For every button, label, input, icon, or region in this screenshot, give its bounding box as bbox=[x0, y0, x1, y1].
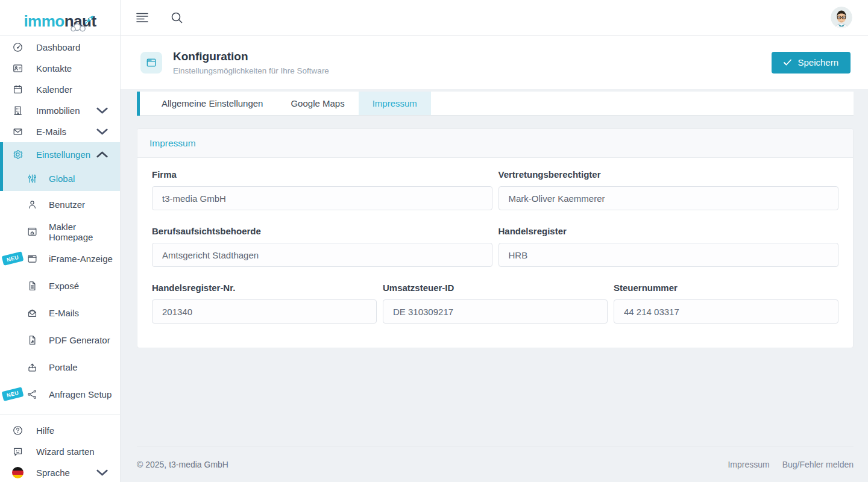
sidebar-item-label: Hilfe bbox=[36, 425, 54, 436]
sidebar-item-emails-settings[interactable]: E-Mails bbox=[0, 299, 120, 327]
form-row: Firma Vertretungsberechtigter bbox=[152, 169, 838, 210]
field-label: Vertretungsberechtigter bbox=[498, 169, 839, 180]
steuernummer-input[interactable] bbox=[614, 299, 838, 324]
sidebar-item-label: Sprache bbox=[36, 468, 70, 478]
topbar bbox=[121, 0, 868, 36]
page-footer: © 2025, t3-media GmbH Impressum Bug/Fehl… bbox=[137, 446, 854, 482]
sidebar-item-label: Global bbox=[49, 174, 75, 184]
vertretungsberechtigter-input[interactable] bbox=[498, 186, 839, 210]
chevron-down-icon bbox=[96, 126, 108, 137]
chevron-down-icon bbox=[96, 105, 108, 116]
wizard-icon bbox=[12, 446, 24, 457]
field-umsatzsteuer-id: Umsatzsteuer-ID bbox=[383, 283, 608, 324]
page-header: Konfiguration Einstellungsmöglichkeiten … bbox=[121, 36, 868, 89]
sidebar-item-portale[interactable]: Portale bbox=[0, 354, 120, 381]
save-button-label: Speichern bbox=[797, 57, 838, 67]
iframe-icon bbox=[27, 253, 38, 264]
sidebar-item-dashboard[interactable]: Dashboard bbox=[0, 37, 120, 58]
field-handelsregister-nr: Handelsregister-Nr. bbox=[152, 283, 377, 324]
handelsregister-nr-input[interactable] bbox=[152, 299, 377, 324]
sidebar-item-wizard-starten[interactable]: Wizard starten bbox=[0, 441, 120, 462]
neu-badge: NEU bbox=[2, 387, 24, 401]
page-header-text: Konfiguration Einstellungsmöglichkeiten … bbox=[173, 50, 329, 75]
sidebar-item-label: Portale bbox=[49, 362, 78, 372]
tab-impressum[interactable]: Impressum bbox=[359, 92, 431, 115]
rocket-icon bbox=[69, 13, 99, 32]
sidebar-item-hilfe[interactable]: Hilfe bbox=[0, 420, 120, 441]
main-content: Konfiguration Einstellungsmöglichkeiten … bbox=[121, 36, 868, 482]
flag-de-icon bbox=[12, 467, 24, 478]
sidebar-item-sprache[interactable]: Sprache bbox=[0, 462, 120, 482]
sidebar-item-global[interactable]: Global bbox=[0, 166, 120, 191]
page-subtitle: Einstellungsmöglichkeiten für Ihre Softw… bbox=[173, 66, 329, 75]
search-icon[interactable] bbox=[169, 10, 184, 25]
sidebar-active-group: Einstellungen Global bbox=[0, 142, 120, 191]
field-label: Firma bbox=[152, 169, 492, 180]
sidebar-item-label: Einstellungen bbox=[36, 149, 90, 160]
sidebar-item-kontakte[interactable]: Kontakte bbox=[0, 58, 120, 79]
field-vertretungsberechtigter: Vertretungsberechtigter bbox=[498, 169, 839, 210]
sidebar-item-label: Benutzer bbox=[49, 199, 85, 210]
calendar-icon bbox=[12, 84, 24, 95]
check-icon bbox=[784, 59, 791, 66]
sidebar-item-pdf-generator[interactable]: PDF Generator bbox=[0, 327, 120, 354]
sidebar-item-kalender[interactable]: Kalender bbox=[0, 79, 120, 100]
sidebar-item-label: E-Mails bbox=[36, 127, 66, 137]
logo-area: immonaut bbox=[0, 0, 120, 36]
network-icon bbox=[27, 389, 38, 400]
sidebar-item-label: E-Mails bbox=[49, 308, 79, 318]
sidebar-nav: Dashboard Kontakte Kalender Immobilien bbox=[0, 36, 120, 482]
save-button[interactable]: Speichern bbox=[772, 52, 851, 74]
footer-link-bug-melden[interactable]: Bug/Fehler melden bbox=[782, 460, 854, 469]
sidebar-item-anfragen-setup[interactable]: NEU Anfragen Setup bbox=[0, 381, 120, 408]
field-label: Umsatzsteuer-ID bbox=[383, 283, 608, 293]
sidebar-item-expose[interactable]: Exposé bbox=[0, 272, 120, 299]
umsatzsteuer-id-input[interactable] bbox=[383, 299, 608, 324]
sidebar-item-label: Kalender bbox=[36, 84, 72, 95]
sidebar-item-benutzer[interactable]: Benutzer bbox=[0, 191, 120, 218]
field-firma: Firma bbox=[152, 169, 492, 210]
gear-icon bbox=[12, 149, 24, 160]
mail-icon bbox=[12, 126, 24, 137]
sidebar-item-label: Kontakte bbox=[36, 63, 72, 74]
handelsregister-input[interactable] bbox=[498, 243, 839, 267]
chevron-up-icon bbox=[96, 149, 108, 160]
pdf-icon bbox=[27, 334, 38, 346]
contacts-icon bbox=[12, 63, 24, 74]
card-body: Firma Vertretungsberechtigter Berufsaufs… bbox=[137, 158, 853, 348]
sidebar-item-emails[interactable]: E-Mails bbox=[0, 121, 120, 142]
firma-input[interactable] bbox=[152, 186, 492, 210]
copyright-text: © 2025, t3-media GmbH bbox=[137, 460, 228, 469]
berufsaufsichtsbehoerde-input[interactable] bbox=[152, 243, 492, 267]
sliders-icon bbox=[27, 173, 38, 184]
building-icon bbox=[12, 105, 24, 116]
menu-icon[interactable] bbox=[135, 10, 149, 25]
tab-google-maps[interactable]: Google Maps bbox=[277, 92, 358, 115]
tabs-bar: Allgemeine Einstellungen Google Maps Imp… bbox=[137, 92, 854, 116]
form-row: Berufsaufsichtsbehoerde Handelsregister bbox=[152, 226, 838, 267]
neu-badge: NEU bbox=[2, 251, 24, 266]
user-icon bbox=[27, 199, 38, 210]
page-title: Konfiguration bbox=[173, 50, 329, 63]
immonaut-logo[interactable]: immonaut bbox=[0, 12, 120, 31]
chevron-down-icon bbox=[96, 467, 108, 478]
sidebar-item-makler-homepage[interactable]: Makler Homepage bbox=[0, 218, 120, 245]
sidebar-item-immobilien[interactable]: Immobilien bbox=[0, 100, 120, 121]
sidebar-item-label: Dashboard bbox=[36, 42, 80, 52]
impressum-card: Impressum Firma Vertretungsberechtigter … bbox=[137, 128, 854, 348]
card-title: Impressum bbox=[149, 138, 196, 149]
tab-allgemeine-einstellungen[interactable]: Allgemeine Einstellungen bbox=[148, 92, 277, 115]
sidebar-item-einstellungen[interactable]: Einstellungen bbox=[0, 142, 120, 166]
sidebar-item-label: Immobilien bbox=[36, 105, 80, 116]
sidebar: immonaut Dashboard Kontakte Kalender bbox=[0, 0, 121, 482]
sidebar-item-iframe-anzeige[interactable]: NEU iFrame-Anzeige bbox=[0, 245, 120, 272]
sidebar-item-label: Anfragen Setup bbox=[49, 389, 112, 399]
form-row: Handelsregister-Nr. Umsatzsteuer-ID Steu… bbox=[152, 283, 838, 324]
field-berufsaufsichtsbehoerde: Berufsaufsichtsbehoerde bbox=[152, 226, 492, 267]
field-label: Handelsregister-Nr. bbox=[152, 283, 377, 293]
field-label: Handelsregister bbox=[498, 226, 839, 236]
footer-link-impressum[interactable]: Impressum bbox=[728, 460, 769, 469]
sidebar-item-label: Exposé bbox=[49, 281, 79, 291]
user-avatar[interactable] bbox=[831, 7, 852, 28]
window-icon bbox=[140, 52, 162, 74]
